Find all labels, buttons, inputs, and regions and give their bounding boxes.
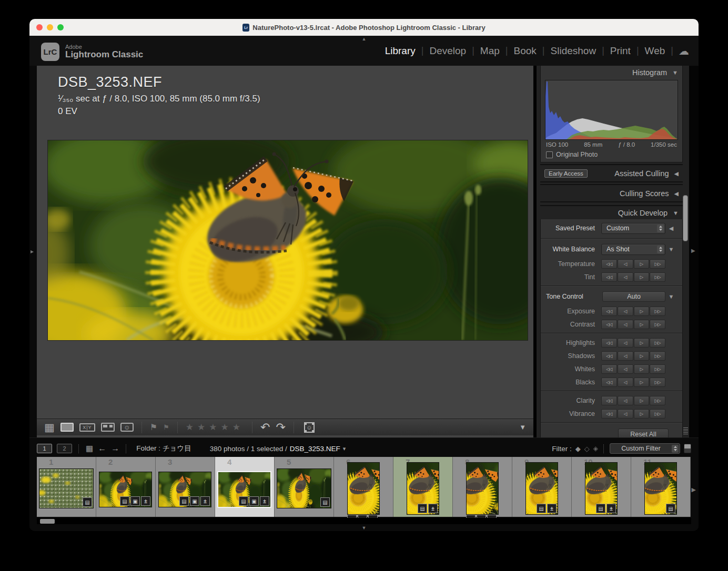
keyword-tag-badge[interactable]	[320, 497, 330, 507]
face-region-icon[interactable]	[304, 422, 315, 433]
keyword-tag-badge[interactable]	[418, 504, 427, 513]
left-panel-expander-icon[interactable]: ▸	[31, 248, 34, 255]
adjustment-badge[interactable]	[547, 504, 557, 513]
crop-badge[interactable]	[130, 496, 140, 506]
module-slideshow[interactable]: Slideshow	[545, 45, 602, 57]
thumbnail-cell-4-selected[interactable]: 4	[215, 457, 275, 517]
keyword-tag-badge[interactable]	[596, 504, 605, 513]
secondary-monitor-button[interactable]: 2	[57, 444, 72, 453]
module-library[interactable]: Library	[379, 45, 421, 57]
right-panel-expander-icon[interactable]: ▶	[691, 248, 695, 253]
step-minus-button[interactable]: ◁	[618, 351, 633, 361]
thumbnail-cell-8[interactable]: 8	[453, 457, 512, 517]
step-big-minus-button[interactable]: ◁◁	[601, 259, 617, 269]
step-big-minus-button[interactable]: ◁◁	[601, 307, 617, 316]
adjustment-badge[interactable]	[260, 496, 269, 506]
step-big-minus-button[interactable]: ◁◁	[601, 409, 617, 419]
grid-view-button[interactable]: ▦	[86, 444, 93, 453]
step-big-minus-button[interactable]: ◁◁	[601, 378, 617, 387]
bottom-panel-toggle-icon[interactable]: ▼	[362, 525, 367, 531]
step-minus-button[interactable]: ◁	[618, 307, 633, 316]
thumbnail-cell-5[interactable]: 5	[275, 457, 334, 517]
main-photo[interactable]	[48, 140, 528, 340]
thumbnail-cell-10[interactable]: 10	[572, 457, 631, 517]
filter-flag-reject-icon[interactable]: ◈	[593, 445, 598, 452]
filmstrip-scrollbar-track[interactable]	[37, 518, 691, 524]
collapse-icon[interactable]: ◀	[665, 225, 677, 232]
adjustment-badge[interactable]	[141, 496, 150, 506]
step-big-minus-button[interactable]: ◁◁	[601, 272, 617, 282]
module-develop[interactable]: Develop	[423, 45, 472, 57]
collapse-icon[interactable]: ◀	[674, 190, 679, 197]
step-minus-button[interactable]: ◁	[618, 409, 633, 419]
thumbnail-cell-2[interactable]: 2	[96, 457, 156, 517]
flag-reject-icon[interactable]: ⚑	[163, 423, 169, 431]
step-minus-button[interactable]: ◁	[618, 338, 633, 348]
step-big-plus-button[interactable]: ▷▷	[650, 364, 665, 374]
collapse-icon[interactable]: ▼	[665, 293, 677, 300]
step-plus-button[interactable]: ▷	[634, 259, 650, 269]
rotate-right-icon[interactable]: ↷	[276, 422, 285, 433]
step-big-minus-button[interactable]: ◁◁	[601, 396, 617, 405]
quick-develop-header[interactable]: Quick Develop ▼	[540, 205, 683, 219]
step-minus-button[interactable]: ◁	[618, 378, 633, 387]
go-forward-button[interactable]: →	[111, 444, 119, 453]
keyword-tag-badge[interactable]	[120, 496, 129, 506]
thumbnail-cell-6[interactable]: 6	[334, 457, 393, 517]
step-big-plus-button[interactable]: ▷▷	[650, 396, 665, 405]
primary-monitor-button[interactable]: 1	[37, 444, 52, 453]
keyword-tag-badge[interactable]	[239, 496, 248, 506]
filmstrip-next-icon[interactable]: ▶	[692, 486, 696, 493]
module-print[interactable]: Print	[604, 45, 636, 57]
step-big-plus-button[interactable]: ▷▷	[650, 307, 665, 316]
step-plus-button[interactable]: ▷	[634, 338, 650, 348]
filter-flag-unflagged-icon[interactable]: ◇	[584, 445, 590, 453]
adjustment-badge[interactable]	[200, 496, 210, 506]
step-plus-button[interactable]: ▷	[634, 364, 650, 374]
step-plus-button[interactable]: ▷	[634, 272, 650, 282]
step-minus-button[interactable]: ◁	[618, 259, 633, 269]
step-big-plus-button[interactable]: ▷▷	[650, 351, 665, 361]
step-big-minus-button[interactable]: ◁◁	[601, 320, 617, 329]
right-panel-scrollbar[interactable]	[683, 195, 688, 241]
go-back-button[interactable]: ←	[98, 444, 106, 453]
keyword-tag-badge[interactable]	[666, 504, 675, 513]
step-big-plus-button[interactable]: ▷▷	[650, 320, 665, 329]
thumbnail-cell-3[interactable]: 3	[156, 457, 215, 517]
module-book[interactable]: Book	[508, 45, 542, 57]
white-balance-select[interactable]: As Shot	[601, 244, 665, 255]
loupe-view-icon[interactable]	[60, 423, 74, 432]
original-photo-checkbox[interactable]	[546, 151, 553, 158]
flag-pick-icon[interactable]: ⚑	[150, 422, 157, 432]
filter-flag-pick-icon[interactable]: ◆	[575, 445, 581, 453]
step-big-plus-button[interactable]: ▷▷	[650, 259, 665, 269]
toolbar-options-caret[interactable]: ▼	[519, 423, 526, 431]
step-minus-button[interactable]: ◁	[618, 396, 633, 405]
step-big-plus-button[interactable]: ▷▷	[650, 338, 665, 348]
auto-tone-button[interactable]: Auto	[602, 291, 665, 302]
people-view-icon[interactable]	[120, 423, 134, 432]
thumbnail-cell-11[interactable]: 11	[631, 457, 691, 517]
rating-stars[interactable]: ★★★★★	[186, 422, 244, 433]
step-big-plus-button[interactable]: ▷▷	[650, 409, 665, 419]
step-plus-button[interactable]: ▷	[634, 351, 650, 361]
adjustment-badge[interactable]	[428, 504, 438, 513]
keyword-tag-badge[interactable]	[179, 496, 189, 506]
collapse-icon[interactable]: ▼	[672, 69, 678, 76]
histogram-plot[interactable]	[545, 80, 678, 140]
step-big-minus-button[interactable]: ◁◁	[601, 364, 617, 374]
thumbnail-cell-7-green-label[interactable]: 7	[393, 457, 453, 517]
keyword-tag-badge[interactable]	[83, 497, 92, 507]
collapse-icon[interactable]: ▼	[665, 246, 677, 252]
step-plus-button[interactable]: ▷	[634, 378, 650, 387]
step-big-minus-button[interactable]: ◁◁	[601, 338, 617, 348]
filter-preset-select[interactable]: Custom Filter	[610, 443, 680, 454]
crop-badge[interactable]	[190, 496, 199, 506]
rotate-left-icon[interactable]: ↶	[260, 422, 270, 433]
cloud-sync-icon[interactable]: ☁	[673, 45, 689, 57]
survey-view-icon[interactable]	[101, 423, 115, 432]
collapse-icon[interactable]: ◀	[674, 170, 679, 177]
compare-view-icon[interactable]: X|Y	[79, 423, 95, 432]
step-plus-button[interactable]: ▷	[634, 396, 650, 405]
top-panel-toggle-icon[interactable]: ▲	[362, 36, 367, 42]
